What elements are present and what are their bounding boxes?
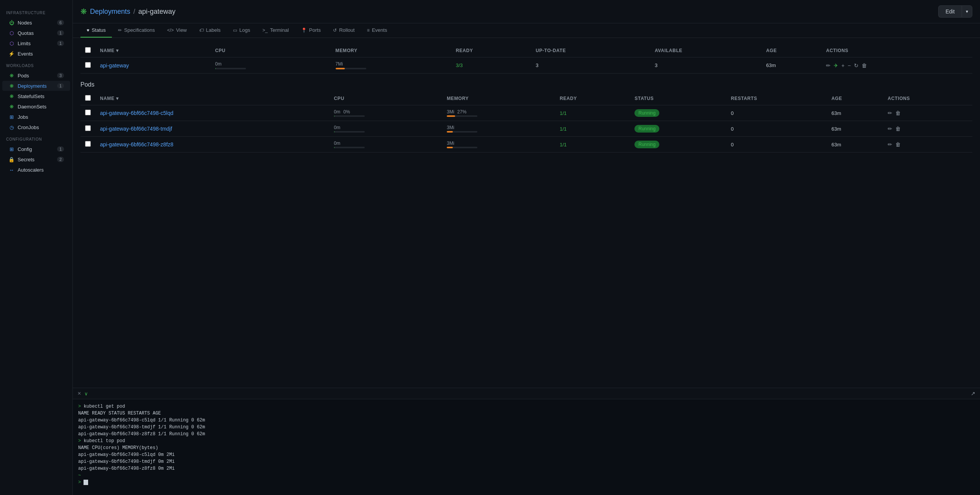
terminal-output-line: api-gateway-6bf66c7498-z8fz8 0m 2Mi xyxy=(78,465,975,472)
deployments-icon: ❋ xyxy=(8,83,15,89)
pod-row-checkbox-0[interactable] xyxy=(85,110,91,115)
deployments-col-cpu: CPU xyxy=(211,44,331,57)
pod-edit-icon-1[interactable]: ✏ xyxy=(888,126,892,132)
sidebar-item-events-infra[interactable]: ⚡ Events xyxy=(2,49,70,59)
pod-age-0: 63m xyxy=(827,105,883,121)
terminal-body[interactable]: > kubectl get podNAME READY STATUS RESTA… xyxy=(73,399,980,495)
pod-delete-icon-0[interactable]: 🗑 xyxy=(895,110,901,116)
tab-rollout[interactable]: ↺ Rollout xyxy=(327,23,361,38)
sidebar-item-events-label: Events xyxy=(18,51,33,57)
sidebar-item-secrets[interactable]: 🔒 Secrets 2 xyxy=(2,154,70,164)
breadcrumb-deployments-link[interactable]: Deployments xyxy=(90,8,130,16)
sidebar-item-deployments[interactable]: ❋ Deployments 1 xyxy=(2,81,70,91)
ready-cell: 3/3 xyxy=(451,57,531,74)
delete-action-icon[interactable]: 🗑 xyxy=(862,62,867,69)
terminal-prompt-marker: > xyxy=(78,404,81,409)
terminal-prompt-line: > kubectl top pod xyxy=(78,438,975,444)
terminal-caret-icon: ∨ xyxy=(84,391,88,397)
pod-name-link-0[interactable]: api-gateway-6bf66c7498-c5lqd xyxy=(100,110,173,116)
deployments-col-memory: MEMORY xyxy=(331,44,451,57)
spec-tab-icon: ✏ xyxy=(118,28,122,33)
sidebar-item-autoscalers[interactable]: ↔ Autoscalers xyxy=(2,165,70,175)
sidebar-item-pods[interactable]: ❋ Pods 3 xyxy=(2,70,70,80)
pods-col-actions: ACTIONS xyxy=(883,92,972,105)
pods-select-all-checkbox[interactable] xyxy=(85,95,91,101)
sidebar-item-config-label: Config xyxy=(18,146,32,152)
pod-actions-2: ✏ 🗑 xyxy=(888,141,968,148)
pod-restarts-0: 0 xyxy=(726,105,827,121)
tab-events[interactable]: ≡ Events xyxy=(361,23,393,38)
events-tab-icon: ≡ xyxy=(367,28,370,33)
table-row: api-gateway-6bf66c7498-tmdjf 0m 3Mi xyxy=(80,121,972,137)
memory-label: 7Mi xyxy=(336,61,447,67)
deployments-select-all-checkbox[interactable] xyxy=(85,47,91,53)
sidebar-item-jobs[interactable]: ⊞ Jobs xyxy=(2,112,70,122)
sidebar-item-quotas-label: Quotas xyxy=(18,30,34,36)
tab-status[interactable]: ♥ Status xyxy=(80,23,112,38)
pod-edit-icon-0[interactable]: ✏ xyxy=(888,110,892,116)
sidebar-item-statefulsets-label: StatefulSets xyxy=(18,93,44,99)
tab-labels[interactable]: 🏷 Labels xyxy=(193,23,227,38)
add-action-icon[interactable]: + xyxy=(841,62,844,69)
pod-row-checkbox-2[interactable] xyxy=(85,141,91,147)
sidebar-item-daemonsets[interactable]: ❋ DaemonSets xyxy=(2,102,70,111)
edit-action-icon[interactable]: ✏ xyxy=(826,62,831,69)
pod-status-1: Running xyxy=(630,121,726,137)
deployments-col-name: NAME ▾ xyxy=(95,44,211,57)
pod-name-link-2[interactable]: api-gateway-6bf66c7498-z8fz8 xyxy=(100,141,173,148)
labels-tab-icon: 🏷 xyxy=(199,28,204,33)
deployment-name-link[interactable]: api-gateway xyxy=(100,62,129,69)
refresh-action-icon[interactable]: ↻ xyxy=(854,62,859,69)
pods-section-title: Pods xyxy=(80,81,972,88)
sidebar-item-statefulsets[interactable]: ❋ StatefulSets xyxy=(2,91,70,101)
sidebar-item-config[interactable]: ⊞ Config 1 xyxy=(2,144,70,154)
terminal-title-left: ✕ ∨ xyxy=(77,391,88,397)
labels-tab-label: Labels xyxy=(206,27,221,33)
terminal-output-line: NAME READY STATUS RESTARTS AGE xyxy=(78,410,975,417)
tab-specifications[interactable]: ✏ Specifications xyxy=(112,23,161,38)
pods-col-restarts: RESTARTS xyxy=(726,92,827,105)
deploy-action-icon[interactable]: ✈ xyxy=(834,62,838,69)
tab-ports[interactable]: 📍 Ports xyxy=(295,23,327,38)
quotas-icon: ⬡ xyxy=(8,30,15,36)
sidebar-item-limits[interactable]: ⬡ Limits 1 xyxy=(2,38,70,48)
terminal-output-line: api-gateway-6bf66c7498-tmdjf 0m 2Mi xyxy=(78,458,975,465)
terminal-output-line: NAME CPU(cores) MEMORY(bytes) xyxy=(78,444,975,451)
tab-view[interactable]: </> View xyxy=(161,23,193,38)
tab-terminal[interactable]: >_ Terminal xyxy=(256,23,295,38)
sidebar-item-secrets-label: Secrets xyxy=(18,157,34,162)
edit-dropdown-button[interactable]: ▾ xyxy=(962,5,972,18)
pod-ready-2: 1/1 xyxy=(555,137,630,152)
logs-tab-label: Logs xyxy=(239,27,250,33)
sidebar-item-nodes[interactable]: ⏻ Nodes 6 xyxy=(2,18,70,28)
rollout-tab-label: Rollout xyxy=(339,27,354,33)
minus-action-icon[interactable]: − xyxy=(847,62,851,69)
deployments-col-uptodate: UP-TO-DATE xyxy=(531,44,650,57)
tab-logs[interactable]: ▭ Logs xyxy=(227,23,256,38)
terminal-output-line: api-gateway-6bf66c7498-c5lqd 0m 2Mi xyxy=(78,451,975,458)
sidebar-item-quotas[interactable]: ⬡ Quotas 1 xyxy=(2,28,70,38)
pod-cpu-cell-1: 0m xyxy=(334,125,438,133)
pod-row-checkbox-1[interactable] xyxy=(85,125,91,131)
terminal-command: kubectl top pod xyxy=(84,438,125,444)
sidebar-item-limits-label: Limits xyxy=(18,41,31,46)
cpu-progress-track xyxy=(215,68,246,69)
rollout-tab-icon: ↺ xyxy=(333,28,337,33)
edit-button[interactable]: Edit xyxy=(938,5,962,18)
terminal-header: ✕ ∨ ↗ xyxy=(73,388,980,399)
sidebar-item-cronjobs[interactable]: ◷ CronJobs xyxy=(2,122,70,132)
daemonsets-icon: ❋ xyxy=(8,103,15,110)
terminal-output-line: api-gateway-6bf66c7498-c5lqd 1/1 Running… xyxy=(78,417,975,424)
pod-status-0: Running xyxy=(630,105,726,121)
pod-delete-icon-1[interactable]: 🗑 xyxy=(895,126,901,132)
pod-mem-cell-0: 3Mi 27% xyxy=(447,109,551,117)
pod-delete-icon-2[interactable]: 🗑 xyxy=(895,141,901,148)
pod-name-link-1[interactable]: api-gateway-6bf66c7498-tmdjf xyxy=(100,126,172,132)
terminal-cursor xyxy=(84,480,88,485)
ports-tab-label: Ports xyxy=(309,27,321,33)
memory-cell: 7Mi xyxy=(336,61,447,69)
terminal-expand-icon[interactable]: ✕ xyxy=(77,391,81,396)
terminal-external-link-icon[interactable]: ↗ xyxy=(971,390,975,397)
deployment-row-checkbox[interactable] xyxy=(85,62,91,68)
pod-edit-icon-2[interactable]: ✏ xyxy=(888,141,892,148)
